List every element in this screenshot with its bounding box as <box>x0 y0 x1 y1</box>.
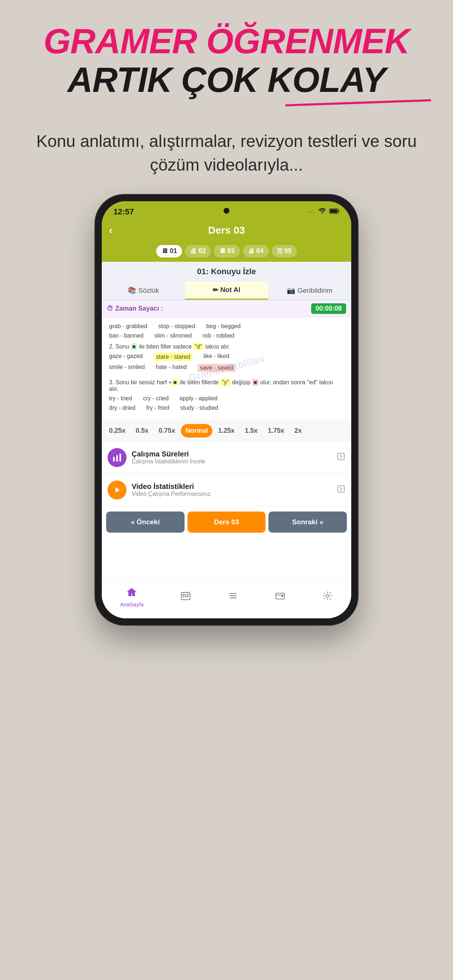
content-row-4: smile - smiled hate - hated save - saved <box>109 364 344 372</box>
subtitle: Konu anlatımı, alıştırmalar, revizyon te… <box>22 129 431 177</box>
svg-rect-3 <box>113 457 115 461</box>
bottom-nav-settings[interactable] <box>322 590 333 603</box>
wifi-icon <box>318 208 327 215</box>
content-row-3: gaze - gazed stare - stared like - liked <box>109 353 344 361</box>
content-row-5: try - tried cry - cried apply - applied <box>109 395 344 402</box>
white-space <box>102 538 351 582</box>
lesson-tab-05-label: 05 <box>284 247 292 255</box>
lesson-tab-01[interactable]: 🖥 01 <box>156 245 182 258</box>
stats-calisma[interactable]: Çalışma Süreleri Çalışma İstatistiklerin… <box>102 442 351 474</box>
phone-outer: 12:57 ···· <box>95 195 358 625</box>
svg-rect-15 <box>187 596 188 597</box>
monitor-icon-03: 🖥 <box>219 247 225 255</box>
content-area: grab - grabbed stop - stopped beg - begg… <box>102 317 351 420</box>
speed-normal[interactable]: Normal <box>181 424 212 438</box>
camera-notch <box>223 208 230 214</box>
speed-2x[interactable]: 2x <box>290 424 306 438</box>
print-icon-02: 🖨 <box>190 247 196 255</box>
lesson-tab-05[interactable]: ☰ 05 <box>272 245 297 258</box>
lesson-tab-04[interactable]: 🖨 04 <box>243 245 269 258</box>
pencil-icon: ✏ <box>213 286 219 294</box>
svg-rect-14 <box>185 596 187 597</box>
stats-calisma-arrow <box>337 452 345 463</box>
speed-025x[interactable]: 0.25x <box>105 424 130 438</box>
current-button[interactable]: Ders 03 <box>187 512 266 533</box>
tab-not-al[interactable]: ✏ Not Al <box>185 282 268 300</box>
tab-sozluk[interactable]: 📚 Sözlük <box>102 282 185 300</box>
svg-rect-2 <box>338 210 340 212</box>
bottom-nav-anasayfa[interactable]: AnaSayfa <box>120 587 144 608</box>
status-bar: 12:57 ···· <box>102 201 351 221</box>
list-icon <box>228 590 239 603</box>
wallet-icon <box>274 590 286 603</box>
content-note-3: 3. Sonu bir sessiz harf +■ ile biten fil… <box>109 379 344 392</box>
stats-calisma-icon <box>108 448 126 467</box>
svg-rect-13 <box>183 596 184 597</box>
print-icon-04: 🖨 <box>248 247 255 255</box>
battery-icon <box>329 208 340 215</box>
svg-point-21 <box>326 594 329 597</box>
timer-value: 00:00:08 <box>311 303 346 314</box>
lesson-tab-04-label: 04 <box>257 247 264 255</box>
speed-15x[interactable]: 1.5x <box>240 424 262 438</box>
title-black: ARTIK ÇOK KOLAY <box>22 60 431 99</box>
stats-video-icon <box>108 480 126 500</box>
speed-bar: 0.25x 0.5x 0.75x Normal 1.25x 1.5x 1.75x… <box>102 420 351 442</box>
lesson-tab-02[interactable]: 🖨 02 <box>185 245 211 258</box>
stats-calisma-title: Çalışma Süreleri <box>132 450 332 458</box>
lesson-tabs: 🖥 01 🖨 02 🖥 03 🖨 04 ☰ 05 <box>102 242 351 262</box>
svg-rect-1 <box>330 209 337 213</box>
nav-buttons: « Önceki Ders 03 Sonraki » <box>102 506 351 538</box>
book-icon: 📚 <box>128 286 136 294</box>
bottom-nav-anasayfa-label: AnaSayfa <box>120 601 144 608</box>
timer-label: ⏱ Zaman Sayacı : <box>107 305 163 312</box>
pink-underline <box>285 99 431 107</box>
bottom-nav-list[interactable] <box>228 590 239 603</box>
prev-button[interactable]: « Önceki <box>106 512 185 533</box>
speed-175x[interactable]: 1.75x <box>263 424 289 438</box>
lesson-tab-02-label: 02 <box>198 247 206 255</box>
list-icon-05: ☰ <box>277 247 283 255</box>
back-button[interactable]: ‹ <box>109 224 112 236</box>
svg-marker-7 <box>116 487 120 493</box>
phone-wrapper: 12:57 ···· <box>0 195 453 647</box>
timer-bar: ⏱ Zaman Sayacı : 00:00:08 <box>102 301 351 317</box>
monitor-icon: 🖥 <box>161 247 168 255</box>
stats-calisma-sub: Çalışma İstatistiklerini İncele <box>132 458 332 465</box>
status-time: 12:57 <box>113 207 134 216</box>
camera-icon: 📷 <box>287 286 295 294</box>
next-button[interactable]: Sonraki » <box>268 512 347 533</box>
speed-05x[interactable]: 0.5x <box>131 424 153 438</box>
lesson-tab-03[interactable]: 🖥 03 <box>214 245 239 258</box>
content-row-6: dry - dried fry - fried study - studied <box>109 405 344 411</box>
home-icon <box>126 587 137 600</box>
sub-tabs: 📚 Sözlük ✏ Not Al 📷 Geribildirim <box>102 282 351 301</box>
svg-rect-20 <box>281 595 283 597</box>
phone-inner: 12:57 ···· <box>102 201 351 618</box>
svg-rect-8 <box>338 485 344 492</box>
speed-075x[interactable]: 0.75x <box>154 424 179 438</box>
lesson-tab-03-label: 03 <box>227 247 234 255</box>
status-icons: ···· <box>307 208 340 215</box>
gear-icon <box>322 590 333 603</box>
stats-video-title: Video İstatistikleri <box>132 482 332 491</box>
content-row-2: ban - banned slim - slimmed rob - robbed <box>109 332 344 339</box>
bottom-nav-wallet[interactable] <box>274 590 286 603</box>
stats-video-arrow <box>337 485 345 495</box>
stats-video-sub: Video Çalışma Performansınız <box>132 491 332 497</box>
svg-rect-4 <box>116 455 118 461</box>
signal-icon: ···· <box>307 209 316 215</box>
stats-video-text: Video İstatistikleri Video Çalışma Perfo… <box>132 482 332 497</box>
stats-calisma-text: Çalışma Süreleri Çalışma İstatistiklerin… <box>132 450 332 465</box>
nav-title: Ders 03 <box>208 224 245 236</box>
title-pink: GRAMER ÖĞRENMEK <box>22 22 431 60</box>
stats-video[interactable]: Video İstatistikleri Video Çalışma Perfo… <box>102 474 351 506</box>
svg-rect-5 <box>120 453 121 461</box>
content-note-2: 2. Sonu ■ ile biten filler sadece "d" ta… <box>109 344 344 350</box>
bottom-nav: AnaSayfa <box>102 582 351 618</box>
bottom-nav-calendar[interactable] <box>180 590 191 603</box>
speed-125x[interactable]: 1.25x <box>214 424 239 438</box>
calendar-icon <box>180 590 191 603</box>
tab-geribildirm[interactable]: 📷 Geribildirim <box>268 282 351 300</box>
content-row-1: grab - grabbed stop - stopped beg - begg… <box>109 323 344 329</box>
